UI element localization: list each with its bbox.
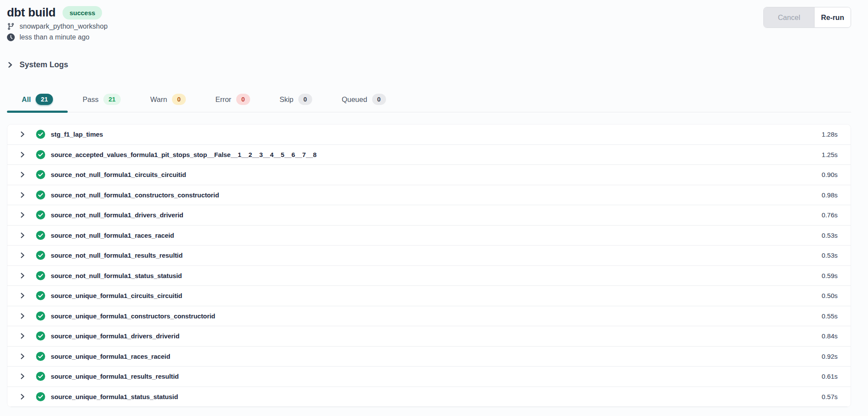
result-duration: 0.53s	[822, 252, 838, 259]
title-row: dbt build success	[7, 6, 108, 20]
result-duration: 0.59s	[822, 272, 838, 279]
tab-label: Warn	[150, 95, 167, 104]
result-row[interactable]: stg_f1_lap_times 1.28s	[7, 124, 851, 145]
tab-label: Queued	[342, 95, 367, 104]
result-duration: 0.50s	[822, 292, 838, 299]
result-name: source_unique_formula1_status_statusid	[51, 393, 178, 400]
expand-chevron-icon[interactable]	[18, 271, 26, 280]
result-duration: 0.57s	[822, 393, 838, 400]
result-row[interactable]: source_not_null_formula1_constructors_co…	[7, 185, 851, 206]
chevron-right-icon	[7, 62, 13, 68]
clock-icon	[7, 33, 15, 41]
result-row[interactable]: source_unique_formula1_status_statusid 0…	[7, 387, 851, 407]
cancel-button[interactable]: Cancel	[764, 7, 814, 27]
results-list: stg_f1_lap_times 1.28s source_accepted_v…	[7, 124, 851, 407]
result-name: source_not_null_formula1_status_statusid	[51, 272, 182, 279]
result-row[interactable]: source_unique_formula1_constructors_cons…	[7, 306, 851, 327]
result-duration: 0.55s	[822, 312, 838, 320]
result-row[interactable]: source_not_null_formula1_drivers_driveri…	[7, 205, 851, 226]
result-row[interactable]: source_not_null_formula1_circuits_circui…	[7, 165, 851, 185]
tab-count-badge: 0	[236, 94, 250, 105]
result-tabs: All 21 Pass 21 Warn 0 Error 0 Skip 0	[7, 88, 851, 112]
expand-chevron-icon[interactable]	[18, 251, 26, 260]
tab-count-badge: 21	[103, 94, 121, 105]
success-check-icon	[36, 352, 45, 361]
result-name: source_unique_formula1_drivers_driverid	[51, 332, 179, 340]
result-name: source_unique_formula1_circuits_circuiti…	[51, 292, 182, 299]
tab-count-badge: 21	[36, 94, 53, 105]
result-name: source_not_null_formula1_drivers_driveri…	[51, 211, 183, 219]
run-summary: dbt build success snowpark_python_worksh…	[7, 6, 108, 41]
tab[interactable]: All 21	[7, 88, 68, 112]
result-name: source_not_null_formula1_results_resulti…	[51, 252, 183, 259]
success-check-icon	[36, 231, 45, 240]
result-row[interactable]: source_unique_formula1_results_resultid …	[7, 367, 851, 387]
result-row[interactable]: source_not_null_formula1_status_statusid…	[7, 266, 851, 286]
tab[interactable]: Pass 21	[68, 88, 135, 112]
success-check-icon	[36, 130, 45, 139]
result-duration: 0.98s	[822, 191, 838, 199]
result-name: stg_f1_lap_times	[51, 131, 103, 138]
result-name: source_not_null_formula1_circuits_circui…	[51, 171, 186, 178]
branch-row: snowpark_python_workshop	[7, 23, 108, 30]
result-row[interactable]: source_unique_formula1_races_raceid 0.92…	[7, 347, 851, 367]
expand-chevron-icon[interactable]	[18, 292, 26, 300]
success-check-icon	[36, 392, 45, 401]
expand-chevron-icon[interactable]	[18, 211, 26, 219]
system-logs-toggle[interactable]: System Logs	[7, 60, 68, 69]
success-check-icon	[36, 190, 45, 200]
tab-count-badge: 0	[172, 94, 186, 105]
expand-chevron-icon[interactable]	[18, 372, 26, 381]
success-check-icon	[36, 150, 45, 159]
tab[interactable]: Queued 0	[327, 88, 401, 112]
success-check-icon	[36, 372, 45, 381]
branch-name: snowpark_python_workshop	[20, 23, 108, 30]
expand-chevron-icon[interactable]	[18, 231, 26, 239]
expand-chevron-icon[interactable]	[18, 130, 26, 139]
result-duration: 0.90s	[822, 171, 838, 178]
time-ago: less than a minute ago	[20, 33, 89, 41]
success-check-icon	[36, 331, 45, 341]
tab-label: Error	[215, 95, 231, 104]
result-name: source_accepted_values_formula1_pit_stop…	[51, 151, 317, 158]
success-check-icon	[36, 251, 45, 260]
result-row[interactable]: source_unique_formula1_drivers_driverid …	[7, 326, 851, 347]
run-detail-page: dbt build success snowpark_python_worksh…	[0, 0, 851, 407]
tab[interactable]: Error 0	[201, 88, 265, 112]
expand-chevron-icon[interactable]	[18, 352, 26, 360]
tab-label: Pass	[83, 95, 99, 104]
run-header: dbt build success snowpark_python_worksh…	[7, 6, 851, 41]
result-duration: 0.92s	[822, 353, 838, 360]
result-name: source_not_null_formula1_races_raceid	[51, 232, 174, 239]
result-row[interactable]: source_accepted_values_formula1_pit_stop…	[7, 145, 851, 165]
expand-chevron-icon[interactable]	[18, 170, 26, 179]
tab-count-badge: 0	[372, 94, 386, 105]
git-branch-icon	[7, 23, 15, 30]
expand-chevron-icon[interactable]	[18, 150, 26, 159]
rerun-button[interactable]: Re-run	[814, 7, 851, 27]
result-name: source_unique_formula1_constructors_cons…	[51, 312, 215, 320]
status-badge: success	[63, 6, 102, 20]
result-duration: 0.53s	[822, 232, 838, 239]
run-actions: Cancel Re-run	[763, 7, 851, 28]
expand-chevron-icon[interactable]	[18, 392, 26, 401]
result-row[interactable]: source_not_null_formula1_races_raceid 0.…	[7, 226, 851, 246]
success-check-icon	[36, 210, 45, 219]
result-duration: 0.61s	[822, 373, 838, 380]
result-name: source_unique_formula1_races_raceid	[51, 353, 170, 360]
result-duration: 1.28s	[822, 131, 838, 138]
result-row[interactable]: source_not_null_formula1_results_resulti…	[7, 246, 851, 266]
result-name: source_not_null_formula1_constructors_co…	[51, 191, 219, 199]
result-row[interactable]: source_unique_formula1_circuits_circuiti…	[7, 286, 851, 306]
tab-label: All	[22, 95, 31, 104]
expand-chevron-icon[interactable]	[18, 190, 26, 199]
tab-label: Skip	[280, 95, 294, 104]
expand-chevron-icon[interactable]	[18, 332, 26, 341]
expand-chevron-icon[interactable]	[18, 311, 26, 320]
result-name: source_unique_formula1_results_resultid	[51, 373, 179, 380]
tab[interactable]: Skip 0	[265, 88, 327, 112]
success-check-icon	[36, 291, 45, 300]
tab[interactable]: Warn 0	[135, 88, 201, 112]
result-duration: 0.84s	[822, 332, 838, 340]
success-check-icon	[36, 170, 45, 179]
